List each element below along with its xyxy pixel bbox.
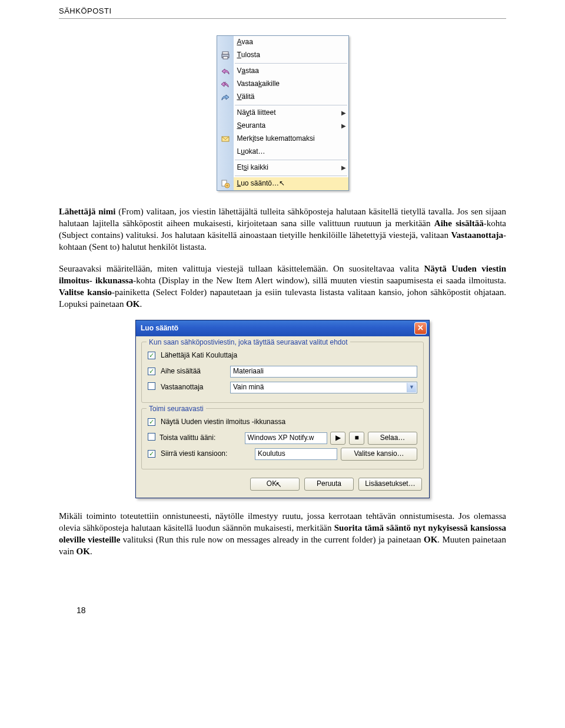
cursor-icon: ↖ [275,479,282,490]
menu-item-label: Luo sääntö…↖ [234,177,339,190]
strong-text: Lähettäjä nimi [59,207,115,216]
svg-rect-2 [223,57,228,59]
strong-text: Valitse kansio [59,287,112,297]
move-input[interactable]: Koulutus [255,448,337,460]
menu-item-merkitse-lukemattomaksi[interactable]: Merkitse lukemattomaksi [217,133,348,145]
menu-item-label: Vastaa [234,65,339,78]
ok-button[interactable]: OK ↖ [250,478,300,491]
recipient-row: Vastaanottaja Vain minä ▼ [148,380,417,395]
submenu-arrow-icon [339,36,348,49]
svg-rect-0 [222,52,228,54]
cancel-button[interactable]: Peruuta [304,478,354,491]
close-icon[interactable]: ✕ [414,322,427,335]
menu-item-luo-sääntö[interactable]: Luo sääntö…↖ [217,177,348,190]
menu-item-seuranta[interactable]: Seuranta▶ [217,120,348,133]
dialog-titlebar: Luo sääntö ✕ [136,320,429,336]
chevron-down-icon[interactable]: ▼ [407,383,416,392]
rule-icon [217,177,234,190]
submenu-arrow-icon: ▶ [339,161,348,174]
menu-item-etsi-kaikki[interactable]: Etsi kaikki▶ [217,161,348,174]
menu-item-vastaa[interactable]: Vastaa [217,65,348,78]
checkbox-move[interactable] [148,450,155,458]
play-icon[interactable]: ▶ [330,432,345,445]
paragraph-2: Seuraavaksi määritellään, miten valittuj… [59,263,506,310]
blank-icon [217,161,234,174]
blank-icon [217,145,234,158]
actions-group: Toimi seuraavasti Näytä Uuden viestin il… [141,408,424,469]
checkbox-sound[interactable] [148,433,155,441]
subject-row: Aihe sisältää Materiaali [148,365,417,379]
menu-item-näytä-liitteet[interactable]: Näytä liitteet▶ [217,107,348,120]
checkbox-recipient[interactable] [148,382,155,390]
strong-text: Aihe sisältää [434,219,484,228]
alert-row: Näytä Uuden viestin ilmoitus -ikkunassa [148,415,417,429]
blank-icon [217,107,234,120]
printer-icon [217,49,234,62]
paragraph-1: Lähettäjä nimi (From) valitaan, jos vies… [59,206,506,253]
menu-item-label: Näytä liitteet [234,107,339,120]
submenu-arrow-icon [339,133,348,145]
stop-icon[interactable]: ■ [349,432,364,445]
menu-item-label: Tulosta [234,49,339,62]
subject-input[interactable]: Materiaali [230,366,417,378]
menu-item-tulosta[interactable]: Tulosta [217,49,348,62]
dialog-buttons: OK ↖ Peruuta Lisäasetukset… [136,472,429,498]
blank-icon [217,36,234,49]
checkbox-subject[interactable] [148,368,155,375]
submenu-arrow-icon [339,177,348,190]
reply-icon [217,65,234,78]
group-legend: Kun saan sähköpostiviestin, joka täyttää… [147,337,350,347]
menu-item-label: Vastaa kaikille [234,78,339,91]
page-number: 18 [77,605,506,616]
menu-item-välitä[interactable]: Välitä [217,91,348,104]
submenu-arrow-icon [339,145,348,158]
conditions-group: Kun saan sähköpostiviestin, joka täyttää… [141,342,424,403]
sender-row: Lähettäjä Kati Kouluttaja [148,349,417,363]
menu-item-label: Merkitse lukemattomaksi [234,133,339,145]
move-row: Siirrä viesti kansioon: Koulutus Valitse… [148,447,417,461]
checkbox-alert[interactable] [148,418,155,426]
move-label: Siirrä viesti kansioon: [161,449,255,458]
menu-item-vastaa-kaikille[interactable]: Vastaa kaikille [217,78,348,91]
sound-input[interactable]: Windows XP Notify.w [245,432,327,444]
create-rule-dialog: Luo sääntö ✕ Kun saan sähköpostiviestin,… [135,320,430,498]
select-folder-button[interactable]: Valitse kansio… [341,448,417,461]
recipient-combo[interactable]: Vain minä ▼ [230,382,417,393]
sender-label: Lähettäjä Kati Kouluttaja [161,350,237,360]
submenu-arrow-icon: ▶ [339,107,348,120]
text: Seuraavaksi määritellään, miten valittuj… [59,264,424,273]
menu-item-avaa[interactable]: Avaa [217,36,348,49]
menu-item-label: Luokat… [234,145,339,158]
menu-item-label: Seuranta [234,120,339,133]
replyall-icon [217,78,234,91]
context-menu: AvaaTulostaVastaaVastaa kaikilleVälitäNä… [217,35,349,191]
text: . [139,299,142,309]
dialog-title: Luo sääntö [141,323,178,333]
cursor-icon: ↖ [279,178,285,188]
menu-item-label: Etsi kaikki [234,161,339,174]
combo-value: Vain minä [233,382,264,392]
menu-item-label: Avaa [234,36,339,49]
browse-sound-button[interactable]: Selaa… [368,432,417,445]
text: . [90,547,92,556]
submenu-arrow-icon: ▶ [339,120,348,133]
menu-item-label: Välitä [234,91,339,104]
strong-text: OK [424,535,437,544]
strong-text: OK [126,299,139,309]
recipient-label: Vastaanottaja [161,382,230,392]
submenu-arrow-icon [339,65,348,78]
strong-text: OK [77,547,90,556]
paragraph-3: Mikäli toiminto toteutettiin onnistunees… [59,510,506,558]
checkbox-sender[interactable] [148,352,155,359]
text: valituksi (Run this rule now on messages… [120,535,424,544]
submenu-arrow-icon [339,49,348,62]
forward-icon [217,91,234,104]
submenu-arrow-icon [339,91,348,104]
page-header: SÄHKÖPOSTI [59,6,506,19]
menu-item-luokat[interactable]: Luokat… [217,145,348,158]
submenu-arrow-icon [339,78,348,91]
blank-icon [217,120,234,133]
sound-row: Toista valittu ääni: Windows XP Notify.w… [148,431,417,445]
advanced-button[interactable]: Lisäasetukset… [358,478,422,491]
text: -kohta (Display in the New Item Alert wi… [133,276,506,285]
